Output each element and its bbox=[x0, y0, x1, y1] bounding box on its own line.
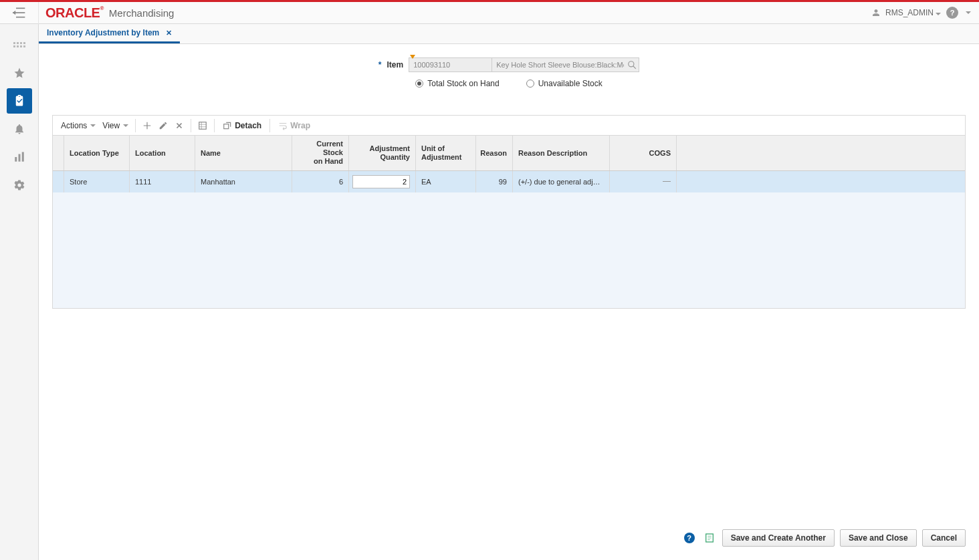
grid-header: Location Type Location Name Current Stoc… bbox=[53, 136, 965, 171]
user-icon bbox=[872, 9, 880, 17]
hamburger-icon bbox=[13, 7, 26, 18]
search-icon bbox=[627, 60, 637, 69]
radio-total-label: Total Stock on Hand bbox=[427, 79, 499, 88]
tabstrip: Inventory Adjustment by Item ✕ bbox=[39, 24, 979, 44]
sidebar-reports[interactable] bbox=[7, 144, 32, 170]
col-unit[interactable]: Unit ofAdjustment bbox=[416, 136, 476, 170]
sidebar-tasks[interactable] bbox=[7, 88, 32, 114]
item-description-input[interactable] bbox=[492, 57, 639, 72]
tab-label: Inventory Adjustment by Item bbox=[47, 28, 159, 37]
apps-icon bbox=[13, 42, 25, 47]
item-search-button[interactable] bbox=[627, 60, 637, 69]
svg-rect-0 bbox=[16, 8, 25, 9]
svg-rect-9 bbox=[199, 122, 207, 129]
svg-rect-5 bbox=[18, 154, 20, 162]
sidebar-favorites[interactable] bbox=[7, 60, 32, 86]
delete-button[interactable] bbox=[172, 118, 187, 133]
tab-close-icon[interactable]: ✕ bbox=[166, 29, 172, 37]
wrap-button[interactable]: Wrap bbox=[274, 121, 314, 130]
table-icon bbox=[198, 121, 207, 130]
required-mark: * bbox=[378, 60, 382, 69]
help-icon[interactable]: ? bbox=[946, 7, 958, 19]
footer-note-button[interactable] bbox=[702, 531, 717, 545]
actions-menu[interactable]: Actions bbox=[58, 121, 98, 130]
svg-rect-2 bbox=[16, 17, 25, 18]
svg-marker-3 bbox=[13, 11, 15, 15]
save-close-button[interactable]: Save and Close bbox=[840, 529, 917, 547]
bell-icon bbox=[13, 123, 25, 135]
star-icon bbox=[13, 67, 25, 79]
x-icon bbox=[175, 121, 184, 130]
cell-location: 1111 bbox=[130, 171, 195, 192]
table-toolbar: Actions View Detach bbox=[53, 116, 965, 136]
item-row: * Item bbox=[52, 57, 966, 72]
svg-point-7 bbox=[629, 61, 634, 67]
app-name: Merchandising bbox=[109, 7, 175, 19]
radio-checked-icon bbox=[415, 80, 423, 88]
help-q-icon: ? bbox=[684, 533, 695, 543]
svg-line-8 bbox=[633, 66, 636, 69]
edit-button[interactable] bbox=[156, 118, 171, 133]
item-code-input[interactable] bbox=[409, 57, 492, 72]
adj-qty-input[interactable] bbox=[352, 175, 410, 188]
col-adj-qty[interactable]: AdjustmentQuantity bbox=[349, 136, 416, 170]
cell-reason: 99 bbox=[476, 171, 513, 192]
export-button[interactable] bbox=[195, 118, 210, 133]
sidebar-apps[interactable] bbox=[7, 32, 32, 57]
cell-name: Manhattan bbox=[195, 171, 292, 192]
wrap-icon bbox=[278, 121, 288, 130]
svg-rect-4 bbox=[15, 157, 17, 162]
dirty-indicator bbox=[410, 55, 415, 59]
menu-toggle[interactable] bbox=[0, 2, 39, 24]
save-create-another-button[interactable]: Save and Create Another bbox=[722, 529, 835, 547]
col-current-stock[interactable]: Current Stockon Hand bbox=[292, 136, 349, 170]
user-menu[interactable]: RMS_ADMIN bbox=[885, 8, 941, 17]
svg-rect-6 bbox=[21, 152, 23, 162]
col-reason[interactable]: Reason bbox=[476, 136, 513, 170]
view-menu[interactable]: View bbox=[100, 121, 131, 130]
sidebar-settings[interactable] bbox=[7, 172, 32, 198]
gear-icon bbox=[13, 179, 25, 191]
cell-unit: EA bbox=[416, 171, 476, 192]
pencil-icon bbox=[158, 121, 168, 130]
col-cogs[interactable]: COGS bbox=[610, 136, 677, 170]
radio-total-stock[interactable]: Total Stock on Hand bbox=[415, 79, 499, 88]
detach-button[interactable]: Detach bbox=[219, 121, 265, 130]
oracle-logo: ORACLE® bbox=[45, 5, 104, 21]
footer: ? Save and Create Another Save and Close… bbox=[52, 519, 966, 547]
table-panel: Actions View Detach bbox=[52, 115, 966, 309]
cell-cogs bbox=[610, 171, 677, 192]
radio-unchecked-icon bbox=[526, 80, 534, 88]
table-row[interactable]: Store 1111 Manhattan 6 EA 99 (+/-) due t… bbox=[53, 171, 965, 192]
cell-location-type: Store bbox=[64, 171, 130, 192]
radio-unavailable-stock[interactable]: Unavailable Stock bbox=[526, 79, 603, 88]
header-bar: ORACLE® Merchandising RMS_ADMIN ? bbox=[0, 0, 979, 24]
tab-inventory-adjustment[interactable]: Inventory Adjustment by Item ✕ bbox=[39, 24, 180, 43]
plus-icon bbox=[142, 121, 152, 130]
radio-unavailable-label: Unavailable Stock bbox=[538, 79, 603, 88]
stock-type-radio-group: Total Stock on Hand Unavailable Stock bbox=[52, 79, 966, 88]
bar-chart-icon bbox=[13, 151, 25, 163]
cell-current-stock: 6 bbox=[292, 171, 349, 192]
sidebar-notifications[interactable] bbox=[7, 116, 32, 142]
clipboard-check-icon bbox=[13, 95, 25, 107]
col-location-type[interactable]: Location Type bbox=[64, 136, 130, 170]
detach-icon bbox=[223, 121, 232, 130]
col-name[interactable]: Name bbox=[195, 136, 292, 170]
help-dropdown[interactable] bbox=[966, 11, 971, 14]
footer-help-button[interactable]: ? bbox=[682, 531, 697, 545]
col-location[interactable]: Location bbox=[130, 136, 195, 170]
item-label: Item bbox=[387, 60, 403, 69]
note-icon bbox=[704, 533, 715, 543]
svg-rect-13 bbox=[224, 124, 229, 128]
add-button[interactable] bbox=[140, 118, 154, 133]
main: Inventory Adjustment by Item ✕ * Item bbox=[39, 24, 979, 560]
cancel-button[interactable]: Cancel bbox=[922, 529, 966, 547]
cell-reason-desc: (+/-) due to general adjus… bbox=[513, 171, 610, 192]
sidebar bbox=[0, 24, 39, 560]
cell-adj-qty bbox=[349, 171, 416, 192]
col-reason-desc[interactable]: Reason Description bbox=[513, 136, 610, 170]
